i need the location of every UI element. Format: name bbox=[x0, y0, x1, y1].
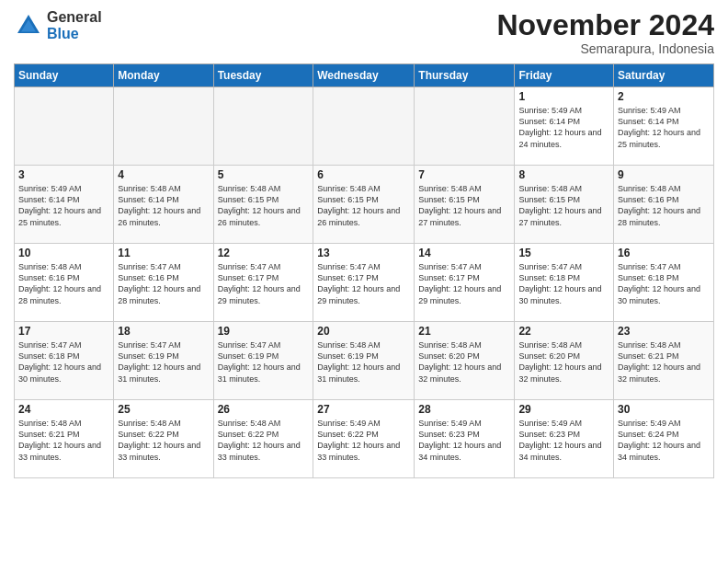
day-header-thursday: Thursday bbox=[415, 64, 515, 87]
calendar-cell: 21Sunrise: 5:48 AM Sunset: 6:20 PM Dayli… bbox=[415, 322, 515, 400]
day-number: 9 bbox=[618, 168, 710, 181]
day-info: Sunrise: 5:48 AM Sunset: 6:14 PM Dayligh… bbox=[118, 183, 209, 228]
day-number: 23 bbox=[618, 325, 710, 338]
day-number: 26 bbox=[218, 403, 310, 416]
calendar-cell: 17Sunrise: 5:47 AM Sunset: 6:18 PM Dayli… bbox=[15, 322, 114, 400]
day-header-saturday: Saturday bbox=[614, 64, 714, 87]
logo-general: General bbox=[47, 9, 102, 26]
calendar-cell: 7Sunrise: 5:48 AM Sunset: 6:15 PM Daylig… bbox=[415, 166, 515, 244]
calendar-cell: 29Sunrise: 5:49 AM Sunset: 6:23 PM Dayli… bbox=[515, 400, 614, 478]
calendar-cell bbox=[213, 87, 313, 166]
day-number: 10 bbox=[18, 247, 109, 259]
calendar: SundayMondayTuesdayWednesdayThursdayFrid… bbox=[14, 63, 714, 478]
week-row-3: 17Sunrise: 5:47 AM Sunset: 6:18 PM Dayli… bbox=[15, 322, 714, 400]
day-number: 12 bbox=[218, 247, 310, 259]
day-info: Sunrise: 5:48 AM Sunset: 6:15 PM Dayligh… bbox=[317, 183, 410, 228]
day-info: Sunrise: 5:48 AM Sunset: 6:21 PM Dayligh… bbox=[18, 418, 109, 463]
page-container: General Blue November 2024 Semarapura, I… bbox=[0, 0, 728, 488]
day-info: Sunrise: 5:48 AM Sunset: 6:16 PM Dayligh… bbox=[618, 183, 710, 228]
day-info: Sunrise: 5:48 AM Sunset: 6:22 PM Dayligh… bbox=[218, 418, 310, 463]
calendar-cell: 1Sunrise: 5:49 AM Sunset: 6:14 PM Daylig… bbox=[515, 87, 614, 166]
day-info: Sunrise: 5:49 AM Sunset: 6:14 PM Dayligh… bbox=[18, 183, 109, 228]
day-header-monday: Monday bbox=[114, 64, 213, 87]
day-info: Sunrise: 5:47 AM Sunset: 6:18 PM Dayligh… bbox=[518, 261, 609, 306]
day-number: 15 bbox=[518, 247, 609, 259]
day-info: Sunrise: 5:49 AM Sunset: 6:23 PM Dayligh… bbox=[418, 418, 510, 463]
calendar-cell: 25Sunrise: 5:48 AM Sunset: 6:22 PM Dayli… bbox=[114, 400, 213, 478]
week-row-1: 3Sunrise: 5:49 AM Sunset: 6:14 PM Daylig… bbox=[15, 166, 714, 244]
day-header-wednesday: Wednesday bbox=[313, 64, 415, 87]
calendar-cell: 26Sunrise: 5:48 AM Sunset: 6:22 PM Dayli… bbox=[213, 400, 313, 478]
day-info: Sunrise: 5:49 AM Sunset: 6:14 PM Dayligh… bbox=[618, 105, 710, 150]
calendar-cell: 22Sunrise: 5:48 AM Sunset: 6:20 PM Dayli… bbox=[515, 322, 614, 400]
day-number: 17 bbox=[18, 325, 109, 338]
month-title: November 2024 bbox=[496, 9, 714, 41]
calendar-cell: 8Sunrise: 5:48 AM Sunset: 6:15 PM Daylig… bbox=[515, 166, 614, 244]
calendar-cell: 27Sunrise: 5:49 AM Sunset: 6:22 PM Dayli… bbox=[313, 400, 415, 478]
calendar-cell: 24Sunrise: 5:48 AM Sunset: 6:21 PM Dayli… bbox=[15, 400, 114, 478]
day-header-friday: Friday bbox=[515, 64, 614, 87]
day-info: Sunrise: 5:47 AM Sunset: 6:19 PM Dayligh… bbox=[118, 339, 209, 385]
day-number: 27 bbox=[317, 403, 410, 416]
day-number: 11 bbox=[118, 247, 209, 259]
calendar-cell: 11Sunrise: 5:47 AM Sunset: 6:16 PM Dayli… bbox=[114, 244, 213, 322]
calendar-cell: 30Sunrise: 5:49 AM Sunset: 6:24 PM Dayli… bbox=[614, 400, 714, 478]
calendar-cell: 15Sunrise: 5:47 AM Sunset: 6:18 PM Dayli… bbox=[515, 244, 614, 322]
day-header-tuesday: Tuesday bbox=[213, 64, 313, 87]
week-row-0: 1Sunrise: 5:49 AM Sunset: 6:14 PM Daylig… bbox=[15, 87, 714, 166]
day-info: Sunrise: 5:49 AM Sunset: 6:23 PM Dayligh… bbox=[518, 418, 609, 463]
day-number: 21 bbox=[418, 325, 510, 338]
week-row-4: 24Sunrise: 5:48 AM Sunset: 6:21 PM Dayli… bbox=[15, 400, 714, 478]
calendar-cell: 13Sunrise: 5:47 AM Sunset: 6:17 PM Dayli… bbox=[313, 244, 415, 322]
day-info: Sunrise: 5:48 AM Sunset: 6:15 PM Dayligh… bbox=[518, 183, 609, 228]
day-info: Sunrise: 5:48 AM Sunset: 6:21 PM Dayligh… bbox=[618, 339, 710, 385]
calendar-cell: 9Sunrise: 5:48 AM Sunset: 6:16 PM Daylig… bbox=[614, 166, 714, 244]
day-number: 1 bbox=[518, 90, 609, 103]
title-area: November 2024 Semarapura, Indonesia bbox=[496, 9, 714, 56]
day-number: 22 bbox=[518, 325, 609, 338]
calendar-cell bbox=[313, 87, 415, 166]
day-number: 30 bbox=[618, 403, 710, 416]
calendar-cell bbox=[415, 87, 515, 166]
calendar-cell: 18Sunrise: 5:47 AM Sunset: 6:19 PM Dayli… bbox=[114, 322, 213, 400]
calendar-cell: 6Sunrise: 5:48 AM Sunset: 6:15 PM Daylig… bbox=[313, 166, 415, 244]
logo-blue: Blue bbox=[47, 26, 102, 42]
day-number: 8 bbox=[518, 168, 609, 181]
day-number: 6 bbox=[317, 168, 410, 181]
day-info: Sunrise: 5:47 AM Sunset: 6:19 PM Dayligh… bbox=[218, 339, 310, 385]
day-info: Sunrise: 5:47 AM Sunset: 6:17 PM Dayligh… bbox=[418, 261, 510, 306]
day-info: Sunrise: 5:47 AM Sunset: 6:17 PM Dayligh… bbox=[317, 261, 410, 306]
calendar-cell: 28Sunrise: 5:49 AM Sunset: 6:23 PM Dayli… bbox=[415, 400, 515, 478]
calendar-cell: 19Sunrise: 5:47 AM Sunset: 6:19 PM Dayli… bbox=[213, 322, 313, 400]
day-number: 16 bbox=[618, 247, 710, 259]
day-info: Sunrise: 5:48 AM Sunset: 6:15 PM Dayligh… bbox=[418, 183, 510, 228]
day-number: 25 bbox=[118, 403, 209, 416]
day-info: Sunrise: 5:48 AM Sunset: 6:20 PM Dayligh… bbox=[518, 339, 609, 385]
day-info: Sunrise: 5:48 AM Sunset: 6:16 PM Dayligh… bbox=[18, 261, 109, 306]
day-info: Sunrise: 5:47 AM Sunset: 6:18 PM Dayligh… bbox=[18, 339, 109, 385]
logo: General Blue bbox=[14, 9, 102, 41]
day-number: 5 bbox=[218, 168, 310, 181]
logo-text: General Blue bbox=[47, 9, 102, 41]
calendar-cell bbox=[114, 87, 213, 166]
calendar-cell: 10Sunrise: 5:48 AM Sunset: 6:16 PM Dayli… bbox=[15, 244, 114, 322]
day-info: Sunrise: 5:47 AM Sunset: 6:17 PM Dayligh… bbox=[218, 261, 310, 306]
day-number: 7 bbox=[418, 168, 510, 181]
day-number: 29 bbox=[518, 403, 609, 416]
header: General Blue November 2024 Semarapura, I… bbox=[14, 9, 714, 56]
day-number: 19 bbox=[218, 325, 310, 338]
day-number: 4 bbox=[118, 168, 209, 181]
calendar-cell: 4Sunrise: 5:48 AM Sunset: 6:14 PM Daylig… bbox=[114, 166, 213, 244]
calendar-cell: 2Sunrise: 5:49 AM Sunset: 6:14 PM Daylig… bbox=[614, 87, 714, 166]
day-number: 20 bbox=[317, 325, 410, 338]
day-number: 13 bbox=[317, 247, 410, 259]
day-header-sunday: Sunday bbox=[15, 64, 114, 87]
calendar-cell: 14Sunrise: 5:47 AM Sunset: 6:17 PM Dayli… bbox=[415, 244, 515, 322]
days-header-row: SundayMondayTuesdayWednesdayThursdayFrid… bbox=[15, 64, 714, 87]
day-info: Sunrise: 5:48 AM Sunset: 6:15 PM Dayligh… bbox=[218, 183, 310, 228]
calendar-cell: 5Sunrise: 5:48 AM Sunset: 6:15 PM Daylig… bbox=[213, 166, 313, 244]
day-info: Sunrise: 5:48 AM Sunset: 6:19 PM Dayligh… bbox=[317, 339, 410, 385]
location: Semarapura, Indonesia bbox=[496, 41, 714, 56]
calendar-cell: 3Sunrise: 5:49 AM Sunset: 6:14 PM Daylig… bbox=[15, 166, 114, 244]
calendar-cell: 12Sunrise: 5:47 AM Sunset: 6:17 PM Dayli… bbox=[213, 244, 313, 322]
